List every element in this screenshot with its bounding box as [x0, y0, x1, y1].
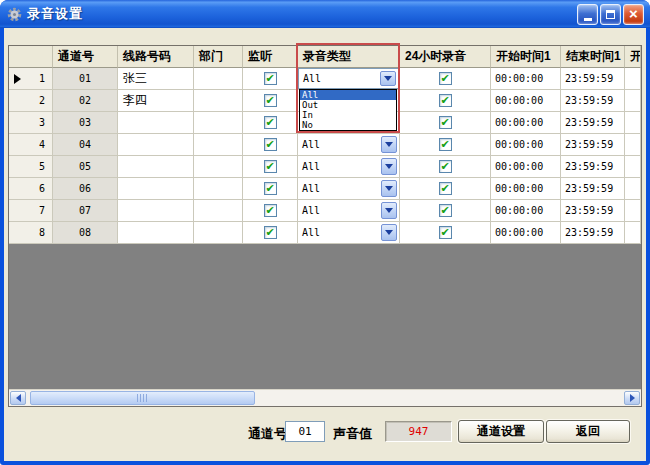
header-department[interactable]: 部门 — [194, 46, 243, 68]
24h-rec-checkbox[interactable]: ✔ — [400, 68, 491, 90]
dropdown-option-in[interactable]: In — [300, 110, 396, 120]
start-time1-cell[interactable]: 00:00:00 — [491, 222, 561, 244]
scroll-left-button[interactable] — [10, 391, 26, 405]
line-number-cell[interactable]: 张三 — [118, 68, 194, 90]
minimize-button[interactable] — [577, 4, 598, 25]
header-rec-type[interactable]: 录音类型 — [298, 46, 400, 68]
chevron-down-icon[interactable] — [381, 202, 397, 219]
start-time1-cell[interactable]: 00:00:00 — [491, 200, 561, 222]
header-line-number[interactable]: 线路号码 — [118, 46, 194, 68]
24h-rec-checkbox[interactable]: ✔ — [400, 178, 491, 200]
chevron-down-icon[interactable] — [381, 158, 397, 175]
department-cell[interactable] — [194, 68, 243, 90]
maximize-button[interactable] — [600, 4, 621, 25]
channel-settings-button[interactable]: 通道设置 — [458, 420, 544, 443]
channel-cell[interactable]: 05 — [53, 156, 118, 178]
line-number-cell[interactable] — [118, 134, 194, 156]
monitor-checkbox[interactable]: ✔ — [243, 200, 298, 222]
header-partial[interactable]: 开 — [625, 46, 641, 68]
row-selector[interactable]: 6 — [9, 178, 53, 200]
line-number-cell[interactable] — [118, 156, 194, 178]
row-selector[interactable]: 1 — [9, 68, 53, 90]
monitor-checkbox[interactable]: ✔ — [243, 178, 298, 200]
monitor-checkbox[interactable]: ✔ — [243, 90, 298, 112]
channel-cell[interactable]: 02 — [53, 90, 118, 112]
header-start-time1[interactable]: 开始时间1 — [491, 46, 561, 68]
row-selector[interactable]: 7 — [9, 200, 53, 222]
end-time1-cell[interactable]: 23:59:59 — [561, 112, 625, 134]
chevron-down-icon[interactable] — [380, 71, 396, 86]
scroll-right-button[interactable] — [624, 391, 640, 405]
chevron-down-icon[interactable] — [381, 224, 397, 241]
channel-no-input[interactable]: 01 — [285, 421, 325, 442]
header-monitor[interactable]: 监听 — [243, 46, 298, 68]
department-cell[interactable] — [194, 222, 243, 244]
start-time1-cell[interactable]: 00:00:00 — [491, 90, 561, 112]
chevron-down-icon[interactable] — [381, 180, 397, 197]
line-number-cell[interactable] — [118, 200, 194, 222]
start-time1-cell[interactable]: 00:00:00 — [491, 178, 561, 200]
department-cell[interactable] — [194, 134, 243, 156]
rec-type-cell[interactable]: All — [298, 134, 400, 156]
end-time1-cell[interactable]: 23:59:59 — [561, 134, 625, 156]
row-selector[interactable]: 2 — [9, 90, 53, 112]
department-cell[interactable] — [194, 156, 243, 178]
line-number-cell[interactable]: 李四 — [118, 90, 194, 112]
header-24h-rec[interactable]: 24小时录音 — [400, 46, 491, 68]
24h-rec-checkbox[interactable]: ✔ — [400, 90, 491, 112]
monitor-checkbox[interactable]: ✔ — [243, 134, 298, 156]
line-number-cell[interactable] — [118, 112, 194, 134]
return-button[interactable]: 返回 — [546, 420, 630, 443]
end-time1-cell[interactable]: 23:59:59 — [561, 156, 625, 178]
start-time1-cell[interactable]: 00:00:00 — [491, 68, 561, 90]
24h-rec-checkbox[interactable]: ✔ — [400, 134, 491, 156]
department-cell[interactable] — [194, 112, 243, 134]
end-time1-cell[interactable]: 23:59:59 — [561, 178, 625, 200]
scrollbar-thumb[interactable] — [30, 391, 255, 405]
end-time1-cell[interactable]: 23:59:59 — [561, 68, 625, 90]
end-time1-cell[interactable]: 23:59:59 — [561, 90, 625, 112]
row-selector[interactable]: 3 — [9, 112, 53, 134]
row-selector[interactable]: 5 — [9, 156, 53, 178]
monitor-checkbox[interactable]: ✔ — [243, 112, 298, 134]
row-selector[interactable]: 8 — [9, 222, 53, 244]
titlebar[interactable]: 录音设置 × — [0, 0, 650, 28]
rec-type-cell[interactable]: All — [298, 222, 400, 244]
close-button[interactable]: × — [623, 4, 644, 25]
header-end-time1[interactable]: 结束时间1 — [561, 46, 625, 68]
monitor-checkbox[interactable]: ✔ — [243, 156, 298, 178]
chevron-down-icon[interactable] — [381, 136, 397, 153]
rec-type-cell[interactable]: All — [298, 200, 400, 222]
row-selector[interactable]: 4 — [9, 134, 53, 156]
channel-cell[interactable]: 04 — [53, 134, 118, 156]
rec-type-combobox[interactable]: All — [298, 68, 399, 89]
horizontal-scrollbar[interactable] — [9, 389, 641, 406]
department-cell[interactable] — [194, 200, 243, 222]
channel-cell[interactable]: 06 — [53, 178, 118, 200]
rec-type-cell[interactable]: All — [298, 178, 400, 200]
channel-cell[interactable]: 03 — [53, 112, 118, 134]
line-number-cell[interactable] — [118, 178, 194, 200]
end-time1-cell[interactable]: 23:59:59 — [561, 222, 625, 244]
rec-type-cell[interactable]: All — [298, 156, 400, 178]
dropdown-option-no[interactable]: No — [300, 120, 396, 130]
channel-cell[interactable]: 08 — [53, 222, 118, 244]
24h-rec-checkbox[interactable]: ✔ — [400, 200, 491, 222]
24h-rec-checkbox[interactable]: ✔ — [400, 156, 491, 178]
start-time1-cell[interactable]: 00:00:00 — [491, 134, 561, 156]
dropdown-option-all[interactable]: All — [300, 90, 396, 100]
monitor-checkbox[interactable]: ✔ — [243, 222, 298, 244]
line-number-cell[interactable] — [118, 222, 194, 244]
row-selector-header[interactable] — [9, 46, 53, 68]
monitor-checkbox[interactable]: ✔ — [243, 68, 298, 90]
channel-cell[interactable]: 01 — [53, 68, 118, 90]
start-time1-cell[interactable]: 00:00:00 — [491, 112, 561, 134]
24h-rec-checkbox[interactable]: ✔ — [400, 112, 491, 134]
channel-cell[interactable]: 07 — [53, 200, 118, 222]
dropdown-option-out[interactable]: Out — [300, 100, 396, 110]
end-time1-cell[interactable]: 23:59:59 — [561, 200, 625, 222]
header-channel[interactable]: 通道号 — [53, 46, 118, 68]
department-cell[interactable] — [194, 90, 243, 112]
24h-rec-checkbox[interactable]: ✔ — [400, 222, 491, 244]
start-time1-cell[interactable]: 00:00:00 — [491, 156, 561, 178]
